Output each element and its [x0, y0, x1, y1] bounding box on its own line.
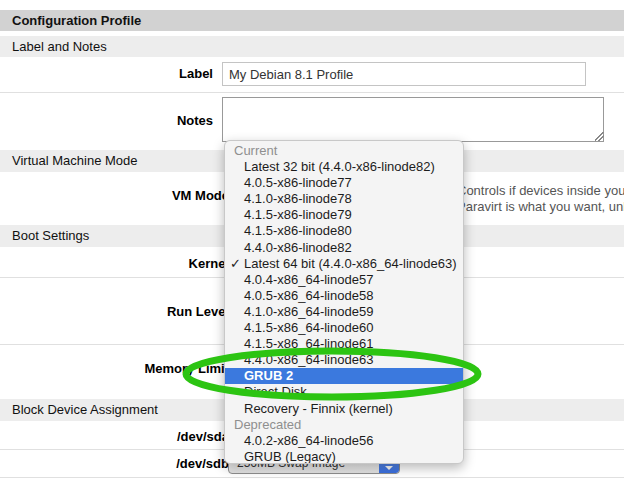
menu-item-selected[interactable]: GRUB 2: [224, 368, 464, 384]
kernel-dropdown: CurrentLatest 32 bit (4.4.0-x86-linode82…: [224, 140, 464, 464]
menu-item-label: Recovery - Finnix (kernel): [244, 401, 393, 416]
dev-sdb-label: /dev/sdb: [0, 456, 238, 471]
divider: [0, 477, 624, 478]
dev-sda-label: /dev/sda: [0, 429, 238, 444]
menu-item[interactable]: 4.0.5-x86-linode77: [225, 175, 463, 191]
menu-item-label: 4.0.2-x86_64-linode56: [244, 433, 373, 448]
label-field-label: Label: [0, 66, 222, 81]
label-input[interactable]: [222, 62, 586, 86]
menu-item[interactable]: 4.1.5-x86_64-linode60: [225, 320, 463, 336]
section-label-and-notes: Label and Notes: [0, 36, 624, 57]
menu-item[interactable]: 4.1.0-x86_64-linode59: [225, 304, 463, 320]
menu-item-label: 4.1.5-x86-linode80: [244, 223, 352, 238]
menu-item-label: 4.1.0-x86-linode78: [244, 191, 352, 206]
menu-item[interactable]: Latest 32 bit (4.4.0-x86-linode82): [225, 159, 463, 175]
menu-item-label: 4.0.5-x86_64-linode58: [244, 288, 373, 303]
vm-mode-label: VM Mode: [0, 188, 238, 203]
menu-item[interactable]: 4.0.2-x86_64-linode56: [225, 433, 463, 449]
menu-item-label: GRUB 2: [244, 368, 293, 383]
menu-item[interactable]: 4.0.5-x86_64-linode58: [225, 288, 463, 304]
divider: [0, 92, 624, 93]
menu-item-label: 4.4.0-x86-linode82: [244, 240, 352, 255]
run-level-label: Run Level: [0, 304, 238, 319]
menu-item[interactable]: GRUB (Legacy): [225, 449, 463, 464]
menu-item-label: 4.1.5-x86-linode79: [244, 207, 352, 222]
menu-item-label: 4.1.0-x86_64-linode59: [244, 304, 373, 319]
menu-item-label: 4.1.5-x86_64-linode61: [244, 336, 373, 351]
menu-item[interactable]: 4.4.0-x86-linode82: [225, 240, 463, 256]
menu-item-label: Current: [234, 143, 277, 158]
menu-item[interactable]: 4.1.5-x86-linode80: [225, 223, 463, 239]
menu-item[interactable]: 4.1.5-x86_64-linode61: [225, 336, 463, 352]
menu-group-label: Current: [225, 143, 463, 159]
page-title: Configuration Profile: [0, 10, 624, 31]
menu-item-label: GRUB (Legacy): [244, 449, 336, 464]
menu-item-label: 4.0.5-x86-linode77: [244, 175, 352, 190]
notes-textarea[interactable]: [222, 97, 604, 142]
vm-mode-help-text: Controls if devices inside your Paravirt…: [457, 183, 624, 215]
menu-item[interactable]: Direct Disk: [225, 384, 463, 400]
checkmark-icon: ✓: [230, 256, 241, 272]
menu-item-label: 4.4.0-x86_64-linode63: [244, 352, 373, 367]
menu-item[interactable]: 4.0.4-x86_64-linode57: [225, 272, 463, 288]
menu-item[interactable]: Recovery - Finnix (kernel): [225, 401, 463, 417]
menu-item-label: 4.1.5-x86_64-linode60: [244, 320, 373, 335]
menu-item-label: 4.0.4-x86_64-linode57: [244, 272, 373, 287]
menu-item[interactable]: 4.1.5-x86-linode79: [225, 207, 463, 223]
menu-group-label: Deprecated: [225, 417, 463, 433]
menu-item-label: Latest 64 bit (4.4.0-x86_64-linode63): [244, 256, 456, 271]
menu-item[interactable]: 4.1.0-x86-linode78: [225, 191, 463, 207]
textarea-resize-handle-icon[interactable]: [595, 132, 604, 141]
menu-item[interactable]: 4.4.0-x86_64-linode63: [225, 352, 463, 368]
menu-item-label: Direct Disk: [244, 384, 307, 399]
memory-limit-label: Memory Limit: [0, 361, 238, 376]
kernel-label: Kernel: [0, 256, 238, 271]
configuration-profile-page: Configuration Profile Label and Notes Vi…: [0, 0, 624, 479]
notes-field-label: Notes: [0, 113, 222, 128]
menu-item-label: Deprecated: [234, 417, 301, 432]
menu-item[interactable]: ✓Latest 64 bit (4.4.0-x86_64-linode63): [225, 256, 463, 272]
menu-item-label: Latest 32 bit (4.4.0-x86-linode82): [244, 159, 435, 174]
